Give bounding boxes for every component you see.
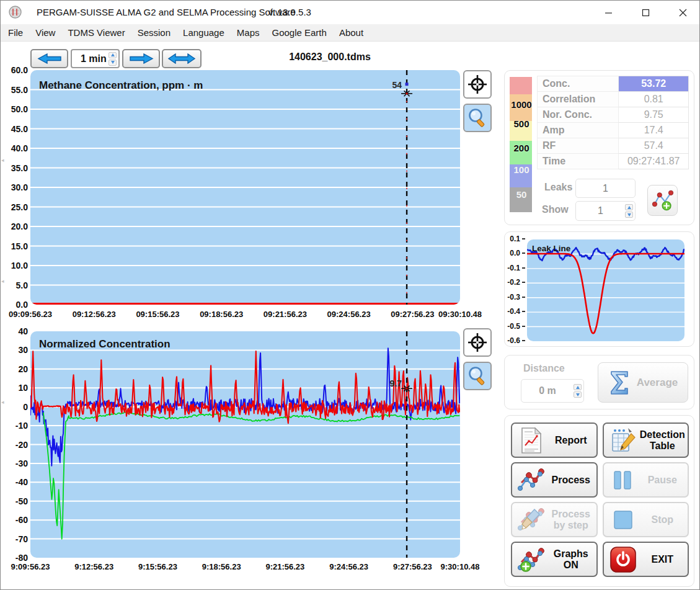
- detection-table-button[interactable]: Detection Table: [603, 422, 689, 458]
- pause-bars-icon: [609, 466, 637, 494]
- spinner-down-icon[interactable]: [625, 212, 633, 218]
- average-button[interactable]: Average: [598, 362, 688, 403]
- stop-label: Stop: [640, 514, 686, 525]
- measurement-row: Conc.53.72: [538, 76, 689, 92]
- close-button[interactable]: [668, 1, 697, 24]
- process-by-step-label: Process by step: [548, 509, 594, 530]
- distance-panel: Distance 0 m Average: [504, 355, 694, 409]
- measurement-value: 09:27:41.87: [619, 154, 689, 169]
- node-graph-icon: [517, 466, 546, 494]
- y-tick-label: 55.0: [1, 85, 28, 95]
- menu-item-language[interactable]: Language: [177, 24, 231, 42]
- stop-button[interactable]: Stop: [603, 502, 689, 537]
- step-forward-button[interactable]: [122, 49, 160, 68]
- menu-item-session[interactable]: Session: [131, 24, 177, 42]
- report-button[interactable]: Report: [511, 422, 598, 458]
- menu-item-maps[interactable]: Maps: [231, 24, 266, 42]
- add-leak-graph-button[interactable]: [647, 185, 678, 216]
- x-tick-label: 09:30:10.48: [423, 310, 497, 319]
- full-range-button[interactable]: [162, 49, 202, 68]
- measurement-value: 0.81: [619, 92, 689, 107]
- process-button[interactable]: Process: [511, 462, 598, 498]
- measurement-label: Amp: [538, 123, 619, 138]
- y-tick-label: 45.0: [1, 124, 28, 134]
- graphs-on-label: Graphs ON: [548, 548, 594, 570]
- spinner-down-icon[interactable]: [109, 60, 117, 66]
- y-tick-label: -0.1: [500, 264, 525, 272]
- minimize-button[interactable]: [594, 1, 622, 24]
- menu-item-google-earth[interactable]: Google Earth: [265, 24, 332, 42]
- y-tick-label: -0.4: [500, 307, 525, 316]
- menu-item-tdms-viewer[interactable]: TDMS Viewer: [61, 24, 131, 42]
- x-tick-label: 9:30:10.48: [423, 562, 497, 571]
- distance-spinner[interactable]: 0 m: [521, 379, 584, 403]
- node-graph-plus-icon: [517, 545, 546, 574]
- y-tick-label: -80: [1, 553, 28, 563]
- window-title: PERGAM-SUISSE ALMA G2 and SELMA Processi…: [37, 1, 296, 24]
- interval-spinner[interactable]: 1 min: [71, 49, 120, 68]
- y-tick-label: -0.2: [500, 278, 525, 287]
- maximize-button[interactable]: [631, 1, 660, 24]
- cursor-value-label: 54: [392, 80, 402, 90]
- spinner-up-icon[interactable]: [625, 204, 633, 210]
- splitter-handle-icon[interactable]: ◂: [1, 157, 4, 163]
- y-tick-label: -0.3: [500, 293, 525, 302]
- cursor-value-label: 9.7: [390, 378, 402, 388]
- leaks-input[interactable]: 1: [575, 179, 636, 198]
- interval-value: 1 min: [72, 53, 109, 65]
- normalized-cursor-tool-button[interactable]: [463, 328, 492, 357]
- loaded-file-name: 140623_000.tdms: [261, 51, 399, 63]
- spinner-down-icon[interactable]: [574, 391, 582, 398]
- pause-button[interactable]: Pause: [603, 462, 689, 498]
- y-tick-label: -0.5: [500, 322, 525, 331]
- spinner-up-icon[interactable]: [109, 52, 117, 58]
- interval-spinner-arrows[interactable]: [109, 50, 118, 67]
- menu-item-about[interactable]: About: [333, 24, 370, 42]
- y-tick-label: 10.0: [1, 261, 28, 270]
- graphs-on-button[interactable]: Graphs ON: [511, 542, 598, 577]
- normalized-zoom-tool-button[interactable]: [463, 362, 492, 390]
- y-tick-label: -0.6: [500, 336, 525, 345]
- measurement-value: 17.4: [619, 123, 689, 138]
- magnifier-icon: [467, 365, 488, 387]
- leak-line-plot[interactable]: Leak Line: [527, 239, 684, 341]
- methane-chart-plot[interactable]: 54Methane Concentration, ppm · m: [30, 70, 460, 305]
- methane-cursor-tool-button[interactable]: [463, 70, 492, 99]
- app-icon: [9, 6, 22, 19]
- crosshair-icon: [467, 332, 488, 353]
- exit-button[interactable]: EXIT: [603, 542, 689, 577]
- sigma-icon: [608, 369, 631, 396]
- report-label: Report: [548, 435, 594, 445]
- y-tick-label: -10: [1, 421, 28, 431]
- chart-title: Methane Concentration, ppm · m: [39, 79, 203, 91]
- y-tick-label: 25.0: [1, 202, 28, 212]
- process-by-step-button[interactable]: Process by step: [511, 502, 598, 537]
- menu-item-file[interactable]: File: [2, 24, 29, 42]
- show-spinner-arrows[interactable]: [625, 202, 635, 220]
- arrow-both-icon: [167, 53, 196, 64]
- measurement-row: Correlation0.81: [538, 92, 689, 107]
- y-tick-label: -50: [1, 496, 28, 506]
- pause-label: Pause: [640, 475, 686, 485]
- actions-panel: Report Detection Table Process Pause Pro…: [504, 415, 694, 587]
- y-tick-label: -70: [1, 534, 28, 544]
- distance-spinner-arrows[interactable]: [574, 380, 583, 402]
- y-tick-label: 0.1: [500, 235, 525, 243]
- measurement-label: Correlation: [538, 92, 619, 107]
- step-back-button[interactable]: [30, 49, 68, 68]
- show-leak-spinner[interactable]: 1: [575, 201, 636, 221]
- y-tick-label: 40.0: [1, 143, 28, 153]
- y-tick-label: 50.0: [1, 104, 28, 114]
- average-label: Average: [637, 377, 678, 389]
- title-bar: PERGAM-SUISSE ALMA G2 and SELMA Processi…: [1, 1, 699, 24]
- y-tick-label: 15.0: [1, 241, 28, 251]
- report-document-icon: [517, 426, 546, 455]
- y-tick-label: 10: [1, 383, 28, 393]
- menu-item-view[interactable]: View: [29, 24, 61, 42]
- normalized-chart-plot[interactable]: 9.7Normalized Concentration: [30, 331, 460, 558]
- spinner-up-icon[interactable]: [574, 384, 582, 390]
- scale-threshold-label: 500: [507, 118, 536, 129]
- methane-zoom-tool-button[interactable]: [463, 104, 492, 132]
- arrow-right-icon: [129, 53, 154, 64]
- y-tick-label: -30: [1, 458, 28, 468]
